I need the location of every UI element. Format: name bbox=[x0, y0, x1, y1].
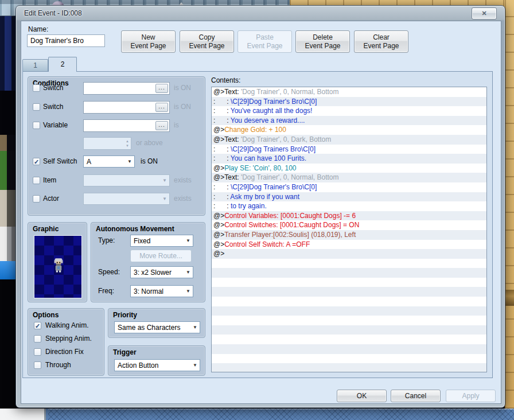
apply-button: Apply bbox=[446, 390, 496, 402]
autonomous-movement-group: Autonomous Movement Type: Fixed ▼ Move R… bbox=[91, 222, 205, 302]
priority-title: Priority bbox=[113, 311, 137, 319]
game-map-post-tile bbox=[504, 290, 514, 306]
ok-button[interactable]: OK bbox=[337, 390, 387, 402]
actor-select: ▼ bbox=[83, 193, 170, 205]
contents-line[interactable] bbox=[212, 297, 486, 306]
tab-page-1[interactable]: 1 bbox=[22, 59, 48, 72]
variable-checkbox[interactable] bbox=[33, 122, 40, 129]
chevron-down-icon: ▼ bbox=[186, 270, 190, 275]
contents-line[interactable]: : : Ask my bro if you want bbox=[212, 192, 486, 202]
contents-line[interactable]: : : \C[29]Dog Trainer's Bro\C[0] bbox=[212, 182, 486, 192]
contents-line[interactable] bbox=[212, 306, 486, 316]
event-name-input[interactable] bbox=[27, 34, 105, 47]
item-label: Item bbox=[43, 176, 56, 184]
contents-line[interactable]: @>Control Self Switch: A =OFF bbox=[212, 240, 486, 250]
switch2-checkbox[interactable] bbox=[33, 103, 40, 111]
contents-line[interactable]: @>Change Gold: + 100 bbox=[212, 125, 486, 135]
actor-label: Actor bbox=[43, 195, 59, 203]
chevron-down-icon: ▼ bbox=[127, 159, 132, 164]
contents-line[interactable] bbox=[212, 325, 486, 335]
contents-line[interactable]: : : to try again. bbox=[212, 201, 486, 211]
contents-line[interactable] bbox=[212, 259, 486, 269]
contents-line[interactable] bbox=[212, 354, 486, 364]
contents-line[interactable]: @> bbox=[212, 249, 486, 259]
delete-event-page-button[interactable]: Delete Event Page bbox=[295, 30, 350, 53]
contents-line[interactable] bbox=[212, 344, 486, 354]
character-graphic-box[interactable] bbox=[34, 235, 82, 298]
movement-type-select[interactable]: Fixed ▼ bbox=[130, 235, 193, 247]
contents-label: Contents: bbox=[211, 76, 240, 84]
contents-line[interactable] bbox=[212, 268, 486, 278]
dialog-titlebar[interactable]: Edit Event - ID:008 ✕ bbox=[16, 6, 505, 21]
contents-line[interactable]: @>Play SE: 'Coin', 80, 100 bbox=[212, 164, 486, 173]
chevron-down-icon: ▼ bbox=[186, 289, 190, 294]
through-checkbox[interactable] bbox=[34, 361, 41, 369]
contents-line[interactable] bbox=[212, 363, 486, 372]
new-event-page-button[interactable]: New Event Page bbox=[121, 30, 176, 53]
contents-line[interactable] bbox=[212, 335, 486, 344]
contents-line[interactable]: : : \C[29]Dog Trainers Bro\C[0] bbox=[212, 145, 486, 154]
self-switch-checkbox[interactable]: ✓ bbox=[33, 158, 40, 165]
priority-group: Priority Same as Characters ▼ bbox=[108, 308, 205, 338]
switch1-checkbox[interactable] bbox=[33, 84, 40, 92]
trigger-select[interactable]: Action Button ▼ bbox=[114, 359, 200, 371]
switch2-label: Switch bbox=[43, 103, 63, 111]
contents-line[interactable]: : : You've caught all the dogs! bbox=[212, 106, 486, 116]
game-map-tan-tiles-right bbox=[505, 0, 514, 409]
tab-page-2[interactable]: 2 bbox=[48, 57, 77, 72]
item-checkbox[interactable] bbox=[33, 177, 40, 184]
variable-field[interactable]: ... bbox=[83, 119, 170, 132]
contents-line[interactable] bbox=[212, 278, 486, 287]
dialog-title: Edit Event - ID:008 bbox=[24, 9, 82, 17]
switch2-field[interactable]: ... bbox=[83, 101, 170, 114]
contents-line[interactable]: : : \C[29]Dog Trainer's Bro\C[0] bbox=[212, 97, 486, 107]
name-label: Name: bbox=[28, 25, 48, 33]
contents-line[interactable]: @>Control Switches: [0001:Caught Dogs] =… bbox=[212, 220, 486, 230]
variable-browse-button[interactable]: ... bbox=[155, 121, 168, 130]
contents-line[interactable]: : : You can have 100 Furits. bbox=[212, 154, 486, 164]
game-map-left-strip bbox=[0, 16, 16, 409]
cancel-button[interactable]: Cancel bbox=[391, 390, 441, 402]
contents-line[interactable]: @>Transfer Player:[002:Soulis] (018,019)… bbox=[212, 230, 486, 240]
speed-label: Speed: bbox=[98, 268, 120, 276]
switch1-browse-button[interactable]: ... bbox=[155, 84, 168, 93]
switch1-field[interactable]: ... bbox=[83, 82, 170, 95]
freq-label: Freq: bbox=[98, 287, 114, 295]
chevron-down-icon: ▼ bbox=[162, 178, 167, 183]
type-label: Type: bbox=[98, 236, 115, 244]
item-select: ▼ bbox=[83, 174, 170, 186]
walking-anim-checkbox[interactable]: ✓ bbox=[34, 322, 41, 329]
contents-line[interactable]: @>Control Variables: [0001:Caught Dogs] … bbox=[212, 211, 486, 221]
movement-freq-select[interactable]: 3: Normal ▼ bbox=[130, 285, 193, 297]
conditions-group: Conditions Switch ... is ON Switch ... i… bbox=[28, 76, 205, 216]
contents-line[interactable] bbox=[212, 287, 486, 297]
movement-speed-select[interactable]: 3: x2 Slower ▼ bbox=[130, 266, 193, 278]
item-suffix: exists bbox=[174, 176, 192, 184]
variable-range-suffix: or above bbox=[136, 139, 163, 147]
event-page-panel: Conditions Switch ... is ON Switch ... i… bbox=[22, 71, 493, 378]
contents-list[interactable]: @>Text: 'Dog Trainer', 0, Normal, Bottom… bbox=[211, 87, 487, 372]
dialog-client-area: Name: New Event Page Copy Event Page Pas… bbox=[21, 21, 501, 404]
contents-line[interactable]: : : You deserve a reward.... bbox=[212, 116, 486, 126]
character-sprite bbox=[51, 256, 66, 276]
direction-fix-checkbox[interactable] bbox=[34, 348, 41, 356]
switch1-suffix: is ON bbox=[174, 84, 191, 92]
stepping-anim-label: Stepping Anim. bbox=[45, 335, 92, 343]
contents-line[interactable]: @>Text: 'Dog Trainer', 0, Normal, Bottom bbox=[212, 173, 486, 182]
contents-line[interactable] bbox=[212, 316, 486, 325]
actor-checkbox[interactable] bbox=[33, 195, 40, 203]
close-icon: ✕ bbox=[481, 10, 486, 17]
contents-line[interactable]: @>Text: 'Dog Trainer', 0, Normal, Bottom bbox=[212, 87, 486, 97]
close-button[interactable]: ✕ bbox=[472, 7, 497, 20]
stepping-anim-checkbox[interactable] bbox=[34, 335, 41, 343]
variable-value-spinner: ▲▼ bbox=[83, 137, 131, 150]
clear-event-page-button[interactable]: Clear Event Page bbox=[354, 30, 408, 53]
direction-fix-label: Direction Fix bbox=[45, 348, 84, 356]
contents-line[interactable]: @>Text: 'Dog Trainer', 0, Dark, Bottom bbox=[212, 135, 486, 145]
switch2-browse-button[interactable]: ... bbox=[155, 103, 168, 112]
priority-select[interactable]: Same as Characters ▼ bbox=[114, 321, 200, 333]
spinner-arrows-icon: ▲▼ bbox=[126, 139, 129, 148]
self-switch-select[interactable]: A ▼ bbox=[83, 155, 135, 168]
copy-event-page-button[interactable]: Copy Event Page bbox=[180, 30, 234, 53]
self-switch-label: Self Switch bbox=[43, 157, 77, 165]
